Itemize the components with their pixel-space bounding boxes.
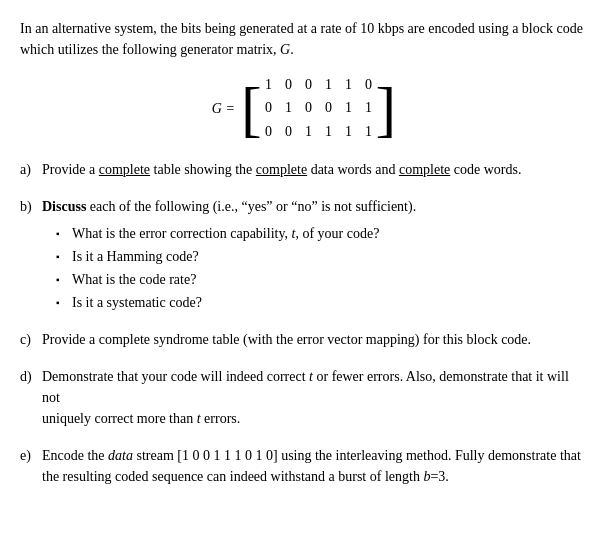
qb-suffix: each of the following (i.e., “yes” or “n… <box>86 199 416 214</box>
question-b-line: b) Discuss each of the following (i.e., … <box>20 196 588 217</box>
qb-bold: Discuss <box>42 199 86 214</box>
bullet-item-4: Is it a systematic code? <box>56 292 588 313</box>
question-d: d) Demonstrate that your code will indee… <box>20 366 588 429</box>
bullet-item-3: What is the code rate? <box>56 269 588 290</box>
question-b-bullets: What is the error correction capability,… <box>56 223 588 313</box>
bullet-item-1: What is the error correction capability,… <box>56 223 588 244</box>
qe-line2: the resulting coded sequence can indeed … <box>42 469 449 484</box>
qa-complete3: complete <box>399 162 450 177</box>
matrix-bracket-left: [ <box>241 78 262 140</box>
qa-mid1: table showing the <box>150 162 256 177</box>
qd-line1: Demonstrate that your code will indeed c… <box>42 369 569 405</box>
matrix-row-3: 0 0 1 1 1 1 <box>264 121 374 143</box>
question-e-line: e) Encode the data stream [1 0 0 1 1 1 0… <box>20 445 588 487</box>
question-d-line: d) Demonstrate that your code will indee… <box>20 366 588 429</box>
bullet-text-1: What is the error correction capability,… <box>72 223 379 244</box>
question-d-content: Demonstrate that your code will indeed c… <box>42 366 588 429</box>
question-e: e) Encode the data stream [1 0 0 1 1 1 0… <box>20 445 588 487</box>
intro-period: . <box>290 42 294 57</box>
qa-suffix: code words. <box>450 162 521 177</box>
matrix-bracket-right: ] <box>376 78 397 140</box>
qe-line1-pre: Encode the <box>42 448 108 463</box>
bullet-item-2: Is it a Hamming code? <box>56 246 588 267</box>
question-a-line: a) Provide a complete table showing the … <box>20 159 588 180</box>
bullet-text-4: Is it a systematic code? <box>72 292 202 313</box>
qd-line2: uniquely correct more than t errors. <box>42 411 240 426</box>
question-d-label: d) <box>20 366 42 387</box>
question-c-content: Provide a complete syndrome table (with … <box>42 329 588 350</box>
qa-complete1: complete <box>99 162 150 177</box>
bullet-text-3: What is the code rate? <box>72 269 196 290</box>
question-b-content: Discuss each of the following (i.e., “ye… <box>42 196 588 217</box>
question-b-label: b) <box>20 196 42 217</box>
question-a-label: a) <box>20 159 42 180</box>
qe-line1-italic: data <box>108 448 133 463</box>
question-b: b) Discuss each of the following (i.e., … <box>20 196 588 313</box>
matrix-label: G = <box>212 101 235 117</box>
intro-paragraph: In an alternative system, the bits being… <box>20 18 588 60</box>
matrix-row-2: 0 1 0 0 1 1 <box>264 97 374 119</box>
question-c-line: c) Provide a complete syndrome table (wi… <box>20 329 588 350</box>
matrix-row-1: 1 0 0 1 1 0 <box>264 74 374 96</box>
question-c-label: c) <box>20 329 42 350</box>
question-a: a) Provide a complete table showing the … <box>20 159 588 180</box>
intro-text-line2: which utilizes the following generator m… <box>20 42 280 57</box>
question-a-content: Provide a complete table showing the com… <box>42 159 588 180</box>
bullet-text-2: Is it a Hamming code? <box>72 246 199 267</box>
matrix-display: G = [ 1 0 0 1 1 0 0 1 0 0 1 1 0 0 1 1 1 … <box>20 74 588 143</box>
qa-complete2: complete <box>256 162 307 177</box>
intro-text-line1: In an alternative system, the bits being… <box>20 21 583 36</box>
question-e-content: Encode the data stream [1 0 0 1 1 1 0 1 … <box>42 445 588 487</box>
question-c: c) Provide a complete syndrome table (wi… <box>20 329 588 350</box>
intro-G: G <box>280 42 290 57</box>
qe-line1-mid: stream [1 0 0 1 1 1 0 1 0] using the int… <box>133 448 581 463</box>
qa-prefix: Provide a <box>42 162 99 177</box>
question-e-label: e) <box>20 445 42 466</box>
matrix-values: 1 0 0 1 1 0 0 1 0 0 1 1 0 0 1 1 1 1 <box>264 74 374 143</box>
qa-mid2: data words and <box>307 162 399 177</box>
